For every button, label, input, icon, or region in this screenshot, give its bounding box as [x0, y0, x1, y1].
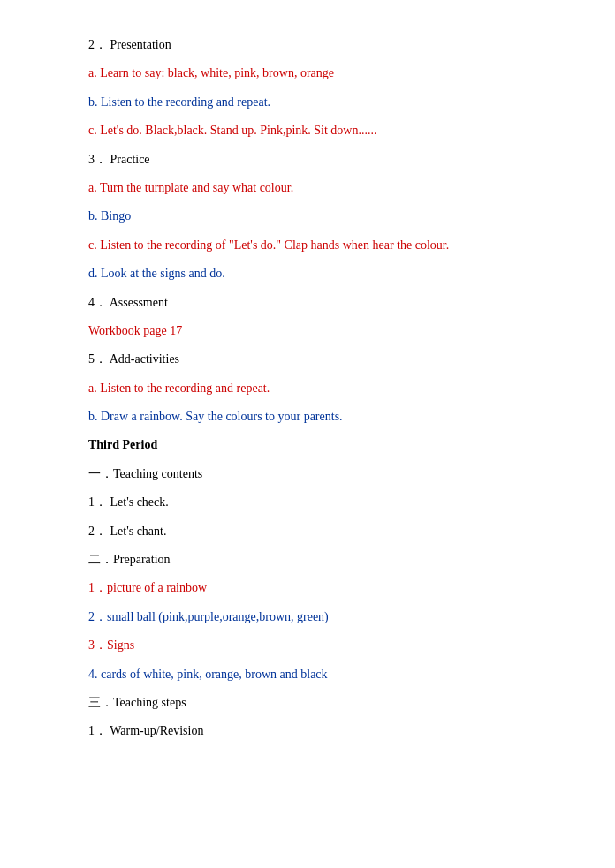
line-20: 1．picture of a rainbow	[88, 578, 527, 598]
line-10-text: 4． Assessment	[88, 296, 168, 309]
line-22: 3．Signs	[88, 636, 527, 655]
page-content: 2． Presentation a. Learn to say: black, …	[0, 0, 615, 786]
line-11-text: Workbook page 17	[88, 324, 182, 337]
line-12-text: 5． Add-activities	[88, 352, 179, 366]
line-8: c. Listen to the recording of "Let's do.…	[88, 236, 527, 255]
line-16: 一．Teaching contents	[88, 464, 527, 484]
line-25: 1． Warm-up/Revision	[88, 721, 527, 741]
line-2-text: a. Learn to say: black, white, pink, bro…	[88, 66, 334, 79]
line-3: b. Listen to the recording and repeat.	[88, 93, 527, 112]
line-13: a. Listen to the recording and repeat.	[88, 379, 527, 398]
line-22-text: 3．Signs	[88, 638, 134, 652]
line-15: Third Period	[88, 435, 527, 455]
line-10: 4． Assessment	[88, 293, 527, 313]
line-25-text: 1． Warm-up/Revision	[88, 724, 203, 737]
line-18: 2． Let's chant.	[88, 522, 527, 541]
line-17: 1． Let's check.	[88, 493, 527, 512]
line-9: d. Look at the signs and do.	[88, 264, 527, 283]
line-24: 三．Teaching steps	[88, 693, 527, 713]
line-24-text: 三．Teaching steps	[88, 696, 186, 709]
line-23: 4. cards of white, pink, orange, brown a…	[88, 665, 527, 684]
line-13-text: a. Listen to the recording and repeat.	[88, 381, 270, 395]
line-11: Workbook page 17	[88, 321, 527, 341]
line-3-text: b. Listen to the recording and repeat.	[88, 95, 270, 109]
line-21-text: 2．small ball (pink,purple,orange,brown, …	[88, 610, 329, 623]
line-6: a. Turn the turnplate and say what colou…	[88, 178, 527, 198]
line-12: 5． Add-activities	[88, 350, 527, 369]
line-14-text: b. Draw a rainbow. Say the colours to yo…	[88, 410, 343, 423]
line-5: 3． Practice	[88, 150, 527, 170]
line-19: 二．Preparation	[88, 550, 527, 570]
line-4: c. Let's do. Black,black. Stand up. Pink…	[88, 121, 527, 140]
line-4-text: c. Let's do. Black,black. Stand up. Pink…	[88, 124, 376, 137]
line-18-text: 2． Let's chant.	[88, 525, 166, 538]
line-7: b. Bingo	[88, 207, 527, 226]
line-7-text: b. Bingo	[88, 209, 131, 223]
line-1: 2． Presentation	[88, 35, 527, 55]
line-15-text: Third Period	[88, 438, 157, 451]
line-23-text: 4. cards of white, pink, orange, brown a…	[88, 668, 328, 681]
line-6-text: a. Turn the turnplate and say what colou…	[88, 181, 293, 194]
line-14: b. Draw a rainbow. Say the colours to yo…	[88, 407, 527, 426]
line-20-text: 1．picture of a rainbow	[88, 581, 207, 594]
line-21: 2．small ball (pink,purple,orange,brown, …	[88, 608, 527, 627]
line-16-text: 一．Teaching contents	[88, 467, 202, 480]
line-1-text: 2． Presentation	[88, 38, 171, 51]
line-8-text: c. Listen to the recording of "Let's do.…	[88, 238, 449, 252]
line-19-text: 二．Preparation	[88, 553, 171, 566]
line-2: a. Learn to say: black, white, pink, bro…	[88, 64, 527, 83]
line-5-text: 3． Practice	[88, 153, 150, 166]
line-17-text: 1． Let's check.	[88, 495, 169, 509]
line-9-text: d. Look at the signs and do.	[88, 267, 225, 280]
